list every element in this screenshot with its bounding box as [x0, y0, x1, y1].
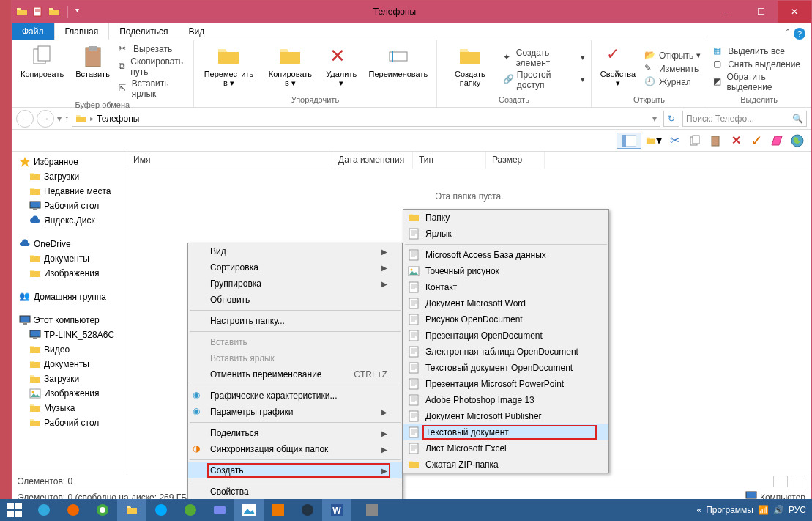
- ctx-gfx[interactable]: ◉Графические характеристики...: [188, 388, 402, 404]
- close-button[interactable]: ✕: [778, 1, 811, 23]
- rename-button[interactable]: Переименовать: [366, 43, 431, 94]
- breadcrumb[interactable]: Телефоны: [97, 114, 139, 124]
- newitem-button[interactable]: ✦Создать элемент ▾: [503, 48, 585, 68]
- sidebar-item[interactable]: Видео: [12, 342, 127, 357]
- submenu-item[interactable]: Документ Microsoft Word: [403, 295, 608, 311]
- taskbar-utorrent[interactable]: [176, 499, 205, 521]
- sidebar-favorites[interactable]: Избранное: [12, 155, 127, 169]
- tray-volume-icon[interactable]: 🔊: [773, 505, 784, 515]
- submenu-item[interactable]: Рисунок OpenDocument: [403, 311, 608, 328]
- sidebar-item[interactable]: Загрузки: [12, 372, 127, 386]
- easyaccess-button[interactable]: 🔗Простой доступ ▾: [503, 70, 585, 90]
- ctx-customize[interactable]: Настроить папку...: [188, 313, 402, 329]
- organize-dropdown[interactable]: ▾: [646, 133, 662, 149]
- selectnone-button[interactable]: ▢Снять выделение: [713, 59, 805, 70]
- tab-share[interactable]: Поделиться: [109, 23, 178, 40]
- cut-icon[interactable]: ✂: [666, 133, 682, 149]
- up-button[interactable]: ↑: [64, 114, 69, 124]
- refresh-button[interactable]: ↻: [663, 111, 679, 127]
- system-tray[interactable]: « Программы 📶 🔊 РУС: [690, 505, 812, 515]
- ctx-gfxopt[interactable]: ◉Параметры графики▶: [188, 404, 402, 420]
- sidebar-item[interactable]: Музыка: [12, 401, 127, 415]
- maximize-button[interactable]: ☐: [744, 1, 778, 23]
- taskbar-steam[interactable]: [293, 499, 322, 521]
- submenu-item[interactable]: Текстовый документ: [403, 424, 608, 440]
- tray-lang[interactable]: РУС: [789, 505, 806, 515]
- ctx-undo[interactable]: Отменить переименованиеCTRL+Z: [188, 366, 402, 383]
- submenu-item[interactable]: Папку: [403, 210, 608, 226]
- submenu-item[interactable]: Электронная таблица OpenDocument: [403, 344, 608, 360]
- pasteshortcut-button[interactable]: ⇱Вставить ярлык: [119, 78, 187, 99]
- sidebar-item[interactable]: Рабочий стол: [12, 199, 127, 213]
- sidebar-item[interactable]: Изображения: [12, 386, 127, 401]
- ctx-share[interactable]: Поделиться▶: [188, 425, 402, 441]
- recent-dropdown[interactable]: ▾: [57, 114, 62, 124]
- view-details[interactable]: [773, 476, 788, 487]
- start-button[interactable]: [0, 499, 29, 521]
- check-icon[interactable]: ✓: [748, 133, 764, 149]
- newfolder-button[interactable]: Создать папку: [443, 43, 496, 94]
- taskbar-word[interactable]: W: [322, 499, 351, 521]
- history-button[interactable]: 🕘Журнал: [644, 76, 701, 88]
- ctx-properties[interactable]: Свойства: [188, 484, 402, 500]
- sidebar-item[interactable]: Рабочий стол: [12, 415, 127, 430]
- delete-button[interactable]: ✕Удалить ▾: [323, 43, 360, 94]
- submenu-item[interactable]: Документ Microsoft Publisher: [403, 408, 608, 424]
- edit-button[interactable]: ✎Изменить: [644, 63, 701, 75]
- submenu-item[interactable]: Сжатая ZIP-папка: [403, 457, 608, 473]
- help-button[interactable]: ?: [794, 28, 805, 40]
- paste-icon[interactable]: [707, 133, 723, 149]
- taskbar-outlook[interactable]: [264, 499, 293, 521]
- taskbar-firefox[interactable]: [59, 499, 88, 521]
- ctx-sort[interactable]: Сортировка▶: [188, 259, 402, 276]
- sidebar-item[interactable]: Недавние места: [12, 184, 127, 199]
- delete-icon[interactable]: ✕: [728, 133, 744, 149]
- tab-home[interactable]: Главная: [54, 23, 110, 40]
- sidebar-item[interactable]: Документы: [12, 251, 127, 266]
- taskbar-ie[interactable]: [29, 499, 59, 521]
- back-button[interactable]: ←: [16, 110, 34, 128]
- taskbar-skype[interactable]: [146, 499, 176, 521]
- copy-icon[interactable]: [687, 133, 703, 149]
- submenu-item[interactable]: Презентация OpenDocument: [403, 328, 608, 344]
- cut-button[interactable]: ✂Вырезать: [119, 43, 187, 55]
- tab-view[interactable]: Вид: [178, 23, 215, 40]
- taskbar-app[interactable]: [357, 499, 387, 521]
- submenu-item[interactable]: Презентация Microsoft PowerPoint: [403, 376, 608, 392]
- props-icon[interactable]: [32, 6, 44, 18]
- sidebar-onedrive[interactable]: OneDrive: [12, 237, 127, 251]
- taskbar-chrome[interactable]: [88, 499, 117, 521]
- column-headers[interactable]: Имя Дата изменения Тип Размер: [127, 152, 811, 169]
- submenu-item[interactable]: Текстовый документ OpenDocument: [403, 360, 608, 376]
- forward-button[interactable]: →: [37, 110, 54, 128]
- submenu-item[interactable]: Точечный рисунок: [403, 263, 608, 279]
- tray-overflow[interactable]: «: [696, 505, 701, 515]
- sidebar-item[interactable]: TP-LINK_528A6C: [12, 328, 127, 342]
- copyto-button[interactable]: Копировать в ▾: [264, 43, 317, 94]
- copypath-button[interactable]: ⧉Скопировать путь: [119, 56, 187, 77]
- ctx-view[interactable]: Вид▶: [188, 243, 402, 259]
- sidebar-homegroup[interactable]: 👥Домашняя группа: [12, 289, 127, 304]
- invertselect-button[interactable]: ◩Обратить выделение: [713, 72, 805, 92]
- paste-button[interactable]: Вставить: [72, 43, 113, 99]
- erase-icon[interactable]: [769, 133, 785, 149]
- ctx-create[interactable]: Создать▶: [188, 462, 402, 478]
- ctx-group[interactable]: Группировка▶: [188, 276, 402, 292]
- minimize-button[interactable]: ─: [710, 1, 744, 23]
- file-tab[interactable]: Файл: [12, 23, 54, 40]
- newfolder-icon[interactable]: [48, 6, 60, 18]
- taskbar-paint[interactable]: [234, 499, 264, 521]
- sidebar-item[interactable]: Загрузки: [12, 169, 127, 184]
- sidebar-item[interactable]: Документы: [12, 357, 127, 372]
- submenu-item[interactable]: Microsoft Access База данных: [403, 247, 608, 263]
- moveto-button[interactable]: Переместить в ▾: [200, 43, 258, 94]
- panes-button[interactable]: [617, 133, 641, 149]
- sidebar-item[interactable]: Изображения: [12, 266, 127, 281]
- sidebar-item[interactable]: Яндекс.Диск: [12, 213, 127, 228]
- properties-button[interactable]: ✓Свойства ▾: [597, 43, 638, 94]
- globe-icon[interactable]: [789, 133, 805, 149]
- address-bar[interactable]: ▸ Телефоны ▾: [72, 111, 660, 127]
- ctx-refresh[interactable]: Обновить: [188, 292, 402, 308]
- submenu-item[interactable]: Ярлык: [403, 226, 608, 242]
- sidebar-thispc[interactable]: Этот компьютер: [12, 313, 127, 328]
